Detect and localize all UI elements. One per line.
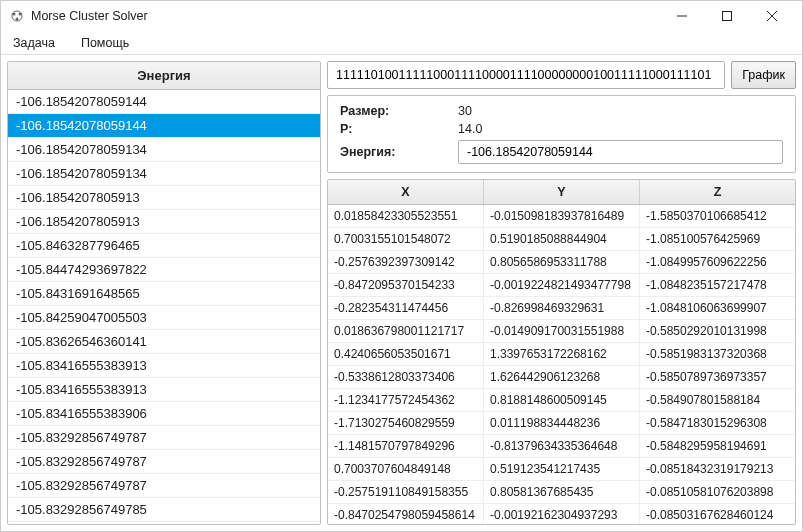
table-row[interactable]: 0.01858423305523551-0.015098183937816489… [328,205,795,228]
list-item[interactable]: -105.83416555383906 [8,402,320,426]
energy-list-body[interactable]: -106.18542078059144-106.18542078059144-1… [8,90,320,524]
table-cell: -0.8472095370154233 [328,274,484,296]
graph-button[interactable]: График [731,61,796,89]
table-cell: 0.80581367685435 [484,481,640,503]
table-cell: -1.085100576425969 [640,228,795,250]
table-row[interactable]: -0.25763923973091420.8056586953311788-1.… [328,251,795,274]
table-cell: 0.011198834448236 [484,412,640,434]
table-row[interactable]: 0.018636798001121717-0.01490917003155198… [328,320,795,343]
table-cell: -0.826998469329631 [484,297,640,319]
table-cell: -0.08518432319179213 [640,458,795,480]
svg-rect-5 [722,12,731,21]
table-cell: -0.0019224821493477798 [484,274,640,296]
list-item[interactable]: -106.18542078059134 [8,138,320,162]
table-cell: -1.5850370106685412 [640,205,795,227]
table-cell: -0.5851983137320368 [640,343,795,365]
table-cell: -0.5850789736973357 [640,366,795,388]
close-button[interactable] [749,1,794,31]
table-cell: -0.08503167628460124 [640,504,795,524]
size-value: 30 [458,104,472,118]
table-row[interactable]: 0.70037076048491480.519123541217435-0.08… [328,458,795,481]
list-item[interactable]: -105.83292856749785 [8,498,320,522]
list-item[interactable]: -106.18542078059144 [8,114,320,138]
menu-task[interactable]: Задача [7,34,61,52]
list-item[interactable]: -105.83292856749787 [8,474,320,498]
table-row[interactable]: 0.70031551015480720.5190185088844904-1.0… [328,228,795,251]
list-item[interactable]: -106.1854207805913 [8,210,320,234]
minimize-button[interactable] [659,1,704,31]
table-cell: -0.015098183937816489 [484,205,640,227]
table-row[interactable]: -0.2575191108491583550.80581367685435-0.… [328,481,795,504]
table-cell: 0.8056586953311788 [484,251,640,273]
list-item[interactable]: -105.83416555383913 [8,378,320,402]
table-cell: 0.018636798001121717 [328,320,484,342]
table-cell: -1.0848235157217478 [640,274,795,296]
table-cell: 0.519123541217435 [484,458,640,480]
bitstring-input[interactable] [327,61,725,89]
list-item[interactable]: -105.8431691648565 [8,282,320,306]
svg-point-1 [13,13,16,16]
col-x[interactable]: X [328,180,484,204]
table-row[interactable]: -0.8470254798059458614-0.001921623049372… [328,504,795,524]
table-row[interactable]: -1.12341775724543620.8188148600509145-0.… [328,389,795,412]
table-cell: -0.5338612803373406 [328,366,484,388]
table-row[interactable]: 0.42406560535016711.3397653172268162-0.5… [328,343,795,366]
list-item[interactable]: -105.84474293697822 [8,258,320,282]
list-item[interactable]: -105.83416555383913 [8,354,320,378]
energy-field[interactable] [458,140,783,164]
table-cell: -0.014909170031551988 [484,320,640,342]
table-cell: -1.0849957609622256 [640,251,795,273]
titlebar: Morse Cluster Solver [1,1,802,31]
list-item[interactable]: -105.84259047005503 [8,306,320,330]
table-cell: 1.3397653172268162 [484,343,640,365]
list-item[interactable]: -105.83292856749787 [8,450,320,474]
table-row[interactable]: -0.53386128033734061.626442906123268-0.5… [328,366,795,389]
size-label: Размер: [340,104,450,118]
table-cell: -0.5847183015296308 [640,412,795,434]
svg-point-2 [19,13,22,16]
app-icon [9,8,25,24]
table-cell: 1.626442906123268 [484,366,640,388]
col-y[interactable]: Y [484,180,640,204]
table-cell: 0.5190185088844904 [484,228,640,250]
table-cell: -1.1481570797849296 [328,435,484,457]
table-cell: -0.00192162304937293 [484,504,640,524]
table-cell: -0.2576392397309142 [328,251,484,273]
table-cell: -0.08510581076203898 [640,481,795,503]
table-cell: -1.0848106063699907 [640,297,795,319]
table-row[interactable]: -0.8472095370154233-0.001922482149347779… [328,274,795,297]
table-row[interactable]: -0.282354311474456-0.826998469329631-1.0… [328,297,795,320]
list-item[interactable]: -105.8463287796465 [8,234,320,258]
table-cell: -0.8470254798059458614 [328,504,484,524]
list-item[interactable]: -105.83626546360141 [8,330,320,354]
window-title: Morse Cluster Solver [31,9,659,23]
form-panel: Размер: 30 P: 14.0 Энергия: [327,95,796,173]
table-cell: -1.1234177572454362 [328,389,484,411]
col-z[interactable]: Z [640,180,795,204]
energy-list-panel: Энергия -106.18542078059144-106.18542078… [7,61,321,525]
list-item[interactable]: -106.18542078059144 [8,90,320,114]
coords-table: X Y Z 0.01858423305523551-0.015098183937… [327,179,796,525]
table-row[interactable]: -1.71302754608295590.011198834448236-0.5… [328,412,795,435]
table-cell: -0.81379634335364648 [484,435,640,457]
maximize-button[interactable] [704,1,749,31]
table-cell: -0.5850292010131998 [640,320,795,342]
list-item[interactable]: -105.83292856749787 [8,426,320,450]
p-label: P: [340,122,450,136]
energy-label: Энергия: [340,145,450,159]
list-item[interactable]: -106.18542078059134 [8,162,320,186]
table-row[interactable]: -1.1481570797849296-0.81379634335364648-… [328,435,795,458]
table-cell: -0.584907801588184 [640,389,795,411]
table-cell: -0.282354311474456 [328,297,484,319]
table-cell: 0.4240656053501671 [328,343,484,365]
table-cell: 0.01858423305523551 [328,205,484,227]
table-cell: -0.5848295958194691 [640,435,795,457]
menu-help[interactable]: Помощь [75,34,135,52]
table-body[interactable]: 0.01858423305523551-0.015098183937816489… [328,205,795,524]
svg-point-3 [16,18,19,21]
list-item[interactable]: -106.1854207805913 [8,186,320,210]
table-cell: -1.7130275460829559 [328,412,484,434]
energy-list-header: Энергия [8,62,320,90]
table-cell: 0.7003707604849148 [328,458,484,480]
table-cell: -0.257519110849158355 [328,481,484,503]
